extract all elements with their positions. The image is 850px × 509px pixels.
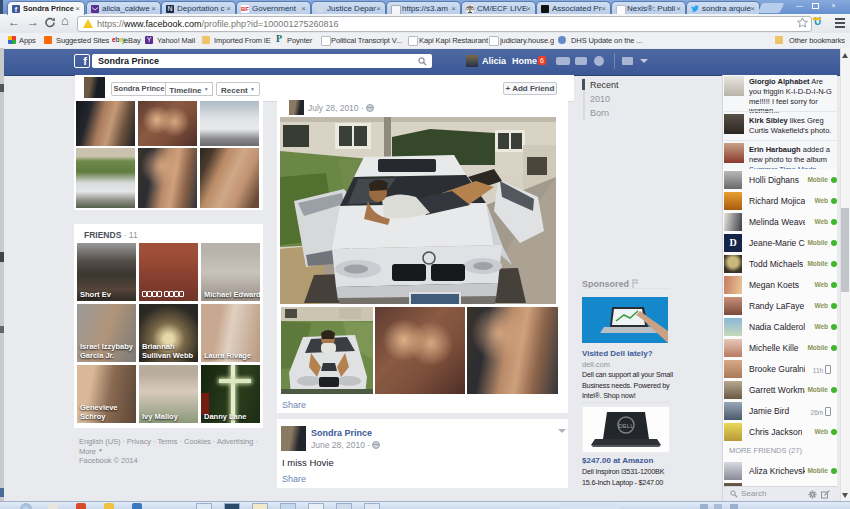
svg-text:DELL: DELL bbox=[618, 423, 634, 429]
